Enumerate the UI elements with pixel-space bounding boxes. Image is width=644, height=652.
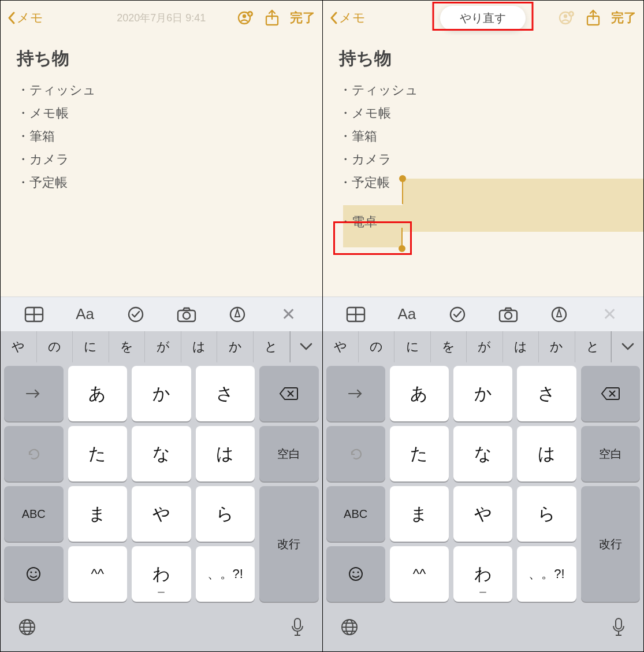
suggestion[interactable]: や: [323, 331, 359, 362]
nav-bar: メモ やり直す 完了: [323, 1, 644, 35]
suggestion[interactable]: を: [431, 331, 467, 362]
key-wa[interactable]: わー: [453, 546, 512, 602]
key-next[interactable]: [4, 366, 64, 421]
note-toolbar: Aa ✕: [1, 297, 322, 331]
list-item: ・筆箱: [339, 125, 628, 148]
table-icon[interactable]: [344, 302, 368, 327]
checklist-icon[interactable]: [445, 302, 470, 327]
svg-point-9: [183, 312, 190, 319]
key-abc[interactable]: ABC: [326, 486, 385, 542]
suggestion[interactable]: と: [254, 331, 290, 362]
mic-icon[interactable]: [611, 617, 626, 639]
list-item: ・予定帳: [17, 171, 306, 194]
close-icon[interactable]: ✕: [276, 302, 300, 327]
text-format-icon[interactable]: Aa: [73, 302, 97, 327]
key-emoji[interactable]: [4, 546, 64, 602]
key-sa[interactable]: さ: [196, 366, 255, 421]
done-button[interactable]: 完了: [611, 9, 636, 27]
chevron-left-icon: [8, 12, 16, 24]
suggestion-bar: や の に を が は か と: [1, 331, 322, 362]
suggestion[interactable]: は: [181, 331, 218, 362]
key-a[interactable]: あ: [68, 366, 128, 421]
suggestion[interactable]: を: [109, 331, 146, 362]
list-item: ・予定帳: [339, 171, 628, 194]
markup-icon[interactable]: [225, 302, 250, 327]
key-punct[interactable]: 、。?!: [196, 546, 255, 602]
list-item: ・メモ帳: [17, 102, 306, 125]
keyboard: あ か さ た な は 空白 ABC ま や ら 改行 ^^ わー 、。?!: [1, 362, 322, 605]
key-undo[interactable]: [326, 426, 385, 481]
list-item: ・ティッシュ: [339, 79, 628, 102]
collaborate-icon[interactable]: [236, 8, 255, 28]
key-space[interactable]: 空白: [259, 426, 319, 481]
suggestion[interactable]: は: [503, 331, 539, 362]
note-toolbar: Aa ✕: [323, 297, 644, 331]
suggestion[interactable]: の: [359, 331, 394, 362]
done-button[interactable]: 完了: [290, 9, 315, 27]
key-sa[interactable]: さ: [517, 366, 576, 421]
key-return[interactable]: 改行: [581, 486, 640, 602]
suggestion[interactable]: か: [217, 331, 254, 362]
text-format-icon[interactable]: Aa: [394, 302, 419, 327]
note-timestamp: 2020年7月6日 9:41: [117, 11, 206, 25]
list-item: ・筆箱: [17, 125, 306, 148]
chevron-down-icon[interactable]: [611, 331, 643, 362]
back-button[interactable]: メモ: [8, 9, 43, 27]
globe-icon[interactable]: [340, 618, 359, 639]
key-a[interactable]: あ: [390, 366, 449, 421]
camera-icon[interactable]: [174, 302, 199, 327]
key-kaomoji[interactable]: ^^: [390, 546, 449, 602]
suggestion[interactable]: と: [575, 331, 611, 362]
key-kaomoji[interactable]: ^^: [68, 546, 128, 602]
note-content[interactable]: 持ち物 ・ティッシュ ・メモ帳 ・筆箱 ・カメラ ・予定帳: [1, 35, 322, 297]
suggestion[interactable]: に: [394, 331, 430, 362]
key-next[interactable]: [326, 366, 385, 421]
key-ya[interactable]: や: [453, 486, 512, 542]
mic-icon[interactable]: [290, 617, 305, 639]
key-ka[interactable]: か: [453, 366, 512, 421]
key-ha[interactable]: は: [517, 426, 576, 481]
key-ra[interactable]: ら: [196, 486, 255, 542]
suggestion[interactable]: が: [145, 331, 181, 362]
key-ra[interactable]: ら: [517, 486, 576, 542]
chevron-down-icon[interactable]: [290, 331, 322, 362]
key-space[interactable]: 空白: [581, 426, 640, 481]
key-ta[interactable]: た: [390, 426, 449, 481]
key-ma[interactable]: ま: [390, 486, 449, 542]
markup-icon[interactable]: [547, 302, 571, 327]
suggestion[interactable]: か: [539, 331, 575, 362]
svg-point-11: [27, 568, 40, 580]
key-undo[interactable]: [4, 426, 64, 481]
key-return[interactable]: 改行: [259, 486, 319, 602]
collaborate-icon[interactable]: [557, 8, 576, 28]
suggestion[interactable]: や: [1, 331, 37, 362]
redo-button[interactable]: やり直す: [440, 6, 526, 31]
suggestion[interactable]: が: [467, 331, 502, 362]
key-ma[interactable]: ま: [68, 486, 128, 542]
list-item: ・カメラ: [17, 148, 306, 171]
key-na[interactable]: な: [453, 426, 512, 481]
suggestion[interactable]: の: [37, 331, 73, 362]
globe-icon[interactable]: [18, 618, 36, 639]
key-abc[interactable]: ABC: [4, 486, 64, 542]
close-icon[interactable]: ✕: [598, 302, 622, 327]
checklist-icon[interactable]: [124, 302, 148, 327]
key-ka[interactable]: か: [132, 366, 191, 421]
key-ha[interactable]: は: [196, 426, 255, 481]
key-emoji[interactable]: [326, 546, 385, 602]
share-icon[interactable]: [583, 8, 603, 28]
back-button[interactable]: メモ: [330, 9, 366, 27]
camera-icon[interactable]: [496, 302, 520, 327]
key-delete[interactable]: [259, 366, 319, 421]
share-icon[interactable]: [262, 8, 282, 28]
suggestion[interactable]: に: [73, 331, 109, 362]
key-wa[interactable]: わー: [132, 546, 191, 602]
key-na[interactable]: な: [132, 426, 191, 481]
note-content[interactable]: 持ち物 ・ティッシュ ・メモ帳 ・筆箱 ・カメラ ・予定帳 ・電卓: [323, 35, 644, 297]
key-punct[interactable]: 、。?!: [517, 546, 576, 602]
table-icon[interactable]: [22, 302, 46, 327]
svg-point-32: [352, 571, 354, 573]
key-ya[interactable]: や: [132, 486, 191, 542]
key-delete[interactable]: [581, 366, 640, 421]
key-ta[interactable]: た: [68, 426, 128, 481]
